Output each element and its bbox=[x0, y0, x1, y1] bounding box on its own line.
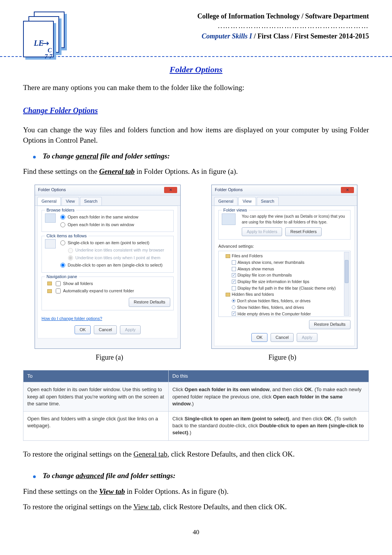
header-course-rest: / First Class / First Semester 2014-2015 bbox=[252, 32, 369, 40]
tab-search[interactable]: Search bbox=[80, 197, 102, 205]
setting-item[interactable]: Display the full path in the title bar (… bbox=[220, 285, 349, 292]
setting-item[interactable]: Show hidden files, folders, and drives bbox=[220, 304, 349, 311]
setting-item[interactable]: Don't show hidden files, folders, or dri… bbox=[220, 298, 349, 304]
table-header-to: To bbox=[23, 370, 169, 382]
group-browse-folders: Browse folders bbox=[45, 207, 76, 213]
setting-item[interactable]: Always show menus bbox=[220, 266, 349, 272]
tab-general[interactable]: General bbox=[214, 197, 238, 205]
setting-item[interactable]: Display file icon on thumbnails bbox=[220, 272, 349, 278]
figure-b-label: Figure (b) bbox=[269, 353, 296, 362]
group-click-items: Click items as follows bbox=[45, 233, 88, 239]
figure-a-label: Figure (a) bbox=[96, 353, 123, 362]
header-college: College of Information Technology / Soft… bbox=[85, 12, 369, 21]
help-link[interactable]: How do I change folder options? bbox=[42, 316, 102, 321]
setting-item[interactable]: Hide empty drives in the Computer folder bbox=[220, 311, 349, 317]
cancel-button[interactable]: Cancel bbox=[94, 325, 117, 334]
setting-item: Hidden files and folders bbox=[220, 291, 349, 298]
group-navigation-pane: Navigation pane bbox=[45, 274, 79, 280]
page-header: LE C 7 7 College of Information Technolo… bbox=[23, 12, 369, 54]
dialog-general: Folder Options ✕ General View Search Bro… bbox=[35, 185, 181, 349]
instruction-table: To Do this Open each folder in its own f… bbox=[23, 370, 369, 440]
radio-single-click[interactable] bbox=[60, 240, 65, 245]
close-icon[interactable]: ✕ bbox=[164, 187, 177, 193]
apply-button[interactable]: Apply bbox=[120, 325, 141, 334]
table-row: Open files and folders with a single cli… bbox=[23, 412, 369, 441]
intro-paragraph: There are many options you can make them… bbox=[23, 83, 369, 93]
tab-view[interactable]: View bbox=[61, 197, 79, 205]
cursor-icon bbox=[45, 239, 56, 248]
restore-view-line: To restore the original settings on the … bbox=[23, 502, 369, 512]
header-course-italic: Computer Skills I bbox=[202, 32, 252, 40]
group-folder-views: Folder views bbox=[222, 207, 249, 213]
radio-underline-point bbox=[68, 255, 73, 260]
dialog-b-title: Folder Options bbox=[215, 187, 243, 193]
ok-button[interactable]: OK bbox=[75, 325, 91, 334]
close-icon[interactable]: ✕ bbox=[341, 187, 354, 193]
page-number: 40 bbox=[23, 528, 369, 537]
logo-sevens: 7 7 bbox=[45, 52, 52, 61]
radio-underline-browser bbox=[68, 248, 73, 253]
view-find-line: Find these settings on the View tab in F… bbox=[23, 487, 369, 497]
radio-double-click[interactable] bbox=[60, 263, 65, 268]
ok-button[interactable]: OK bbox=[251, 333, 267, 342]
header-dots: ..………………………………………………… bbox=[85, 21, 369, 31]
separator bbox=[0, 56, 392, 57]
setting-item[interactable]: Always show icons, never thumbnails bbox=[220, 259, 349, 266]
radio-own-window[interactable] bbox=[60, 222, 65, 227]
tab-search[interactable]: Search bbox=[257, 197, 279, 205]
apply-to-folders-button[interactable]: Apply to Folders bbox=[242, 227, 282, 236]
dialog-a-title: Folder Options bbox=[38, 187, 66, 193]
bullet-dot-icon bbox=[33, 156, 36, 158]
scrollbar[interactable] bbox=[344, 252, 349, 316]
page-title: Folder Options bbox=[23, 64, 369, 76]
restore-defaults-button[interactable]: Restore Defaults bbox=[129, 298, 170, 307]
bullet-advanced: To change advanced file and folder setti… bbox=[33, 471, 369, 481]
setting-item: Files and Folders bbox=[220, 253, 349, 259]
table-row: Open each folder in its own folder windo… bbox=[23, 382, 369, 412]
advanced-settings-list[interactable]: Files and FoldersAlways show icons, neve… bbox=[218, 251, 350, 317]
apply-button[interactable]: Apply bbox=[297, 333, 317, 342]
tab-view[interactable]: View bbox=[238, 197, 256, 205]
folder-view-icon bbox=[222, 213, 236, 225]
cancel-button[interactable]: Cancel bbox=[271, 333, 294, 342]
folder-icon bbox=[47, 289, 52, 293]
title-link[interactable]: Folder Options bbox=[169, 65, 223, 74]
general-find-line: Find these settings on the General tab i… bbox=[23, 167, 369, 177]
reset-folders-button[interactable]: Reset Folders bbox=[285, 227, 321, 236]
bullet-general: To change general file and folder settin… bbox=[33, 151, 369, 162]
check-auto-expand[interactable] bbox=[56, 288, 61, 293]
folder-icon bbox=[47, 282, 52, 285]
advanced-settings-label: Advanced settings: bbox=[218, 243, 350, 249]
restore-general-line: To restore the original settings on the … bbox=[23, 449, 369, 460]
logo: LE C 7 7 bbox=[23, 12, 73, 54]
check-show-all-folders[interactable] bbox=[56, 281, 61, 286]
table-header-dothis: Do this bbox=[168, 370, 369, 382]
setting-item[interactable]: Display file size information in folder … bbox=[220, 278, 349, 285]
change-paragraph: You can change the way files and folders… bbox=[23, 125, 369, 145]
tab-general[interactable]: General bbox=[37, 197, 61, 205]
change-folder-options-heading[interactable]: Change Folder Options bbox=[23, 105, 98, 116]
dialog-view: Folder Options ✕ General View Search Fol… bbox=[211, 185, 357, 349]
bullet-dot-icon bbox=[33, 475, 36, 478]
folder-icon bbox=[45, 213, 56, 223]
radio-same-window[interactable] bbox=[60, 215, 65, 220]
restore-defaults-button[interactable]: Restore Defaults bbox=[309, 320, 350, 329]
